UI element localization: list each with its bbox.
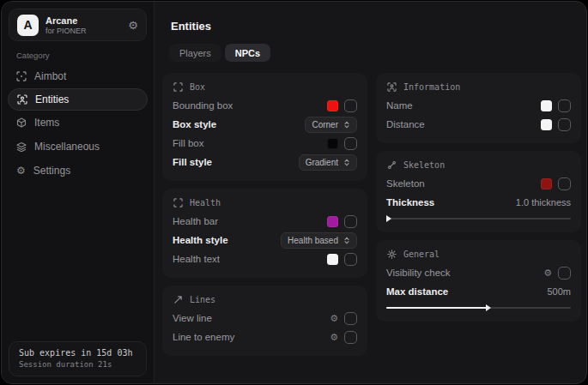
- bone-icon: [387, 160, 397, 170]
- thickness-slider[interactable]: [386, 215, 571, 223]
- color-swatch[interactable]: [327, 100, 338, 111]
- view-line-settings-gear-icon[interactable]: ⚙: [330, 314, 338, 323]
- entities-person-scan-icon: [17, 94, 27, 105]
- subscription-info-card: Sub expires in 15d 03h Session duration …: [9, 341, 147, 376]
- setting-label: Box style: [173, 119, 216, 129]
- settings-gear-icon: ⚙: [16, 165, 26, 177]
- setting-row-visibility-check: Visibility check ⚙: [386, 263, 571, 282]
- max-distance-slider[interactable]: [386, 304, 571, 312]
- box-card: Box Bounding box Box style Corner: [162, 73, 367, 181]
- fill-style-dropdown[interactable]: Gradient: [299, 154, 357, 171]
- setting-row-name: Name: [386, 96, 571, 115]
- information-card: Information Name Distance: [376, 73, 581, 143]
- thickness-value: 1.0 thickness: [516, 197, 571, 208]
- setting-row-thickness: Thickness 1.0 thickness: [386, 193, 571, 212]
- setting-label: Line to enemy: [173, 332, 234, 342]
- color-swatch[interactable]: [541, 178, 552, 189]
- app-subtitle: for PIONER: [45, 27, 87, 35]
- dropdown-value: Gradient: [306, 158, 338, 167]
- color-swatch[interactable]: [541, 100, 552, 111]
- color-swatch[interactable]: [541, 119, 552, 130]
- bounding-box-checkbox[interactable]: [344, 99, 357, 112]
- setting-row-line-to-enemy: Line to enemy ⚙: [173, 328, 357, 346]
- slider-handle[interactable]: [486, 304, 491, 311]
- setting-label: Thickness: [386, 197, 434, 208]
- left-column: Box Bounding box Box style Corner: [162, 73, 367, 356]
- sidebar-item-label: Items: [34, 117, 59, 129]
- person-scan-icon: [387, 82, 397, 92]
- visibility-check-checkbox[interactable]: [558, 267, 571, 280]
- diagonal-line-icon: [173, 295, 183, 304]
- skeleton-checkbox[interactable]: [558, 177, 571, 190]
- sidebar-item-items[interactable]: Items: [2, 111, 154, 135]
- lines-card: Lines View line ⚙ Line to enemy ⚙: [162, 286, 367, 356]
- visibility-check-settings-gear-icon[interactable]: ⚙: [543, 268, 552, 278]
- distance-checkbox[interactable]: [558, 118, 571, 131]
- setting-row-health-text: Health text: [173, 250, 357, 268]
- general-card-header: General: [387, 250, 571, 259]
- setting-label: Max distance: [386, 286, 448, 297]
- settings-grid: Box Bounding box Box style Corner: [162, 73, 581, 356]
- setting-label: Skeleton: [386, 178, 425, 189]
- dropdown-value: Health based: [288, 236, 338, 245]
- sidebar-gear-icon[interactable]: ⚙: [128, 20, 138, 31]
- setting-row-box-style: Box style Corner: [173, 115, 357, 134]
- setting-label: Fill style: [173, 157, 212, 167]
- setting-row-fill-box: Fill box: [173, 134, 357, 153]
- setting-row-distance: Distance: [386, 115, 571, 134]
- box-card-header: Box: [173, 82, 357, 92]
- card-title: Skeleton: [403, 160, 445, 170]
- app-logo-card: A Arcane for PIONER ⚙: [9, 9, 147, 41]
- tab-npcs[interactable]: NPCs: [225, 44, 270, 62]
- app-title-block: Arcane for PIONER: [45, 15, 87, 35]
- setting-row-skeleton: Skeleton: [386, 174, 571, 193]
- app-window: A Arcane for PIONER ⚙ Category Aimbot En…: [1, 1, 587, 384]
- setting-row-bounding-box: Bounding box: [173, 96, 357, 115]
- color-swatch[interactable]: [327, 138, 338, 149]
- health-bar-checkbox[interactable]: [344, 215, 357, 228]
- health-text-checkbox[interactable]: [344, 253, 357, 266]
- name-checkbox[interactable]: [558, 99, 571, 112]
- setting-label: Health style: [173, 235, 228, 245]
- setting-label: Name: [386, 100, 413, 111]
- chevron-updown-icon: [343, 237, 350, 244]
- setting-label: Visibility check: [386, 268, 451, 278]
- sidebar-item-miscellaneous[interactable]: Miscellaneous: [2, 135, 154, 159]
- right-column: Information Name Distance: [376, 73, 581, 322]
- health-card: Health Health bar Health style Health ba…: [162, 189, 367, 278]
- setting-label: Fill box: [173, 138, 203, 148]
- sidebar-item-aimbot[interactable]: Aimbot: [2, 64, 154, 88]
- dropdown-value: Corner: [312, 120, 338, 129]
- fill-box-checkbox[interactable]: [344, 137, 357, 150]
- tab-players[interactable]: Players: [169, 44, 221, 62]
- information-card-header: Information: [387, 82, 571, 92]
- skeleton-card-header: Skeleton: [387, 160, 571, 170]
- sidebar-item-entities[interactable]: Entities: [8, 88, 148, 111]
- chevron-updown-icon: [343, 159, 350, 166]
- miscellaneous-layers-icon: [16, 141, 27, 152]
- box-style-dropdown[interactable]: Corner: [305, 117, 357, 133]
- color-swatch[interactable]: [327, 216, 338, 227]
- setting-label: View line: [173, 313, 212, 323]
- line-to-enemy-checkbox[interactable]: [344, 331, 357, 344]
- health-style-dropdown[interactable]: Health based: [281, 232, 357, 249]
- app-name: Arcane: [45, 15, 87, 26]
- aperture-icon: [387, 250, 397, 259]
- sidebar-item-label: Aimbot: [34, 70, 66, 82]
- sub-expiry-text: Sub expires in 15d 03h: [19, 348, 136, 358]
- setting-label: Bounding box: [173, 100, 233, 111]
- lines-card-header: Lines: [173, 295, 357, 304]
- card-title: Health: [190, 198, 221, 208]
- bounding-box-icon: [173, 82, 183, 92]
- setting-row-health-style: Health style Health based: [173, 231, 357, 250]
- general-card: General Visibility check ⚙ Max distance …: [376, 240, 581, 322]
- slider-handle[interactable]: [386, 215, 391, 222]
- card-title: Box: [190, 82, 205, 92]
- sidebar-item-settings[interactable]: ⚙ Settings: [2, 159, 154, 183]
- setting-row-health-bar: Health bar: [173, 212, 357, 231]
- bounding-box-icon: [173, 198, 183, 208]
- view-line-checkbox[interactable]: [344, 312, 357, 325]
- color-swatch[interactable]: [327, 254, 338, 265]
- line-to-enemy-settings-gear-icon[interactable]: ⚙: [330, 333, 338, 342]
- app-logo: A: [17, 15, 39, 36]
